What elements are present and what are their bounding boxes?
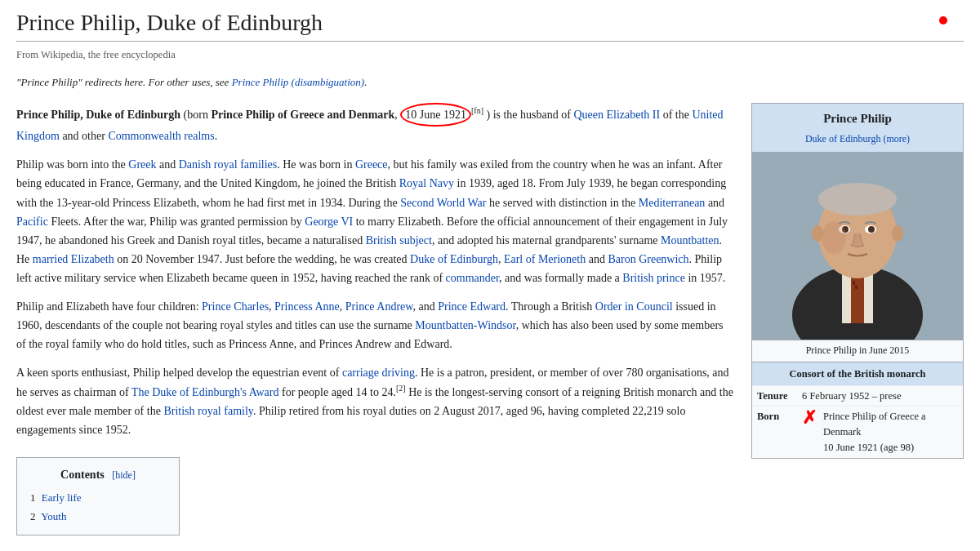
citation-2: [2] [396, 384, 406, 393]
married-elizabeth-link[interactable]: married Elizabeth [33, 253, 114, 265]
infobox-subtitle-link[interactable]: Duke of Edinburgh (more) [805, 133, 910, 144]
svg-point-16 [868, 226, 875, 233]
subject-name: Prince Philip, Duke of Edinburgh [16, 109, 180, 121]
carriage-driving-link[interactable]: carriage driving [342, 367, 415, 379]
george-vi-link[interactable]: George VI [305, 216, 353, 228]
svg-rect-8 [855, 285, 858, 289]
tenure-value: 6 February 1952 – prese [797, 385, 963, 407]
born-value: ✗ Prince Philip of Greece a Denmark 10 J… [797, 407, 963, 458]
british-prince-link[interactable]: British prince [622, 272, 685, 284]
contents-box: Contents [hide] 1 Early life 2 Youth [16, 457, 180, 535]
danish-link[interactable]: Danish royal families [179, 158, 278, 171]
prince-edward-link[interactable]: Prince Edward [438, 300, 506, 313]
infobox-title: Prince Philip [752, 104, 963, 130]
infobox-table: Tenure 6 February 1952 – prese Born ✗ Pr… [752, 385, 963, 458]
mediterranean-link[interactable]: Mediterranean [639, 197, 706, 209]
earl-merioneth-link[interactable]: Earl of Merioneth [504, 253, 586, 265]
baron-greenwich-link[interactable]: Baron Greenwich [608, 253, 688, 265]
redirect-notice: "Prince Philip" redirects here. For othe… [16, 74, 964, 91]
greek-link[interactable]: Greek [128, 158, 156, 171]
svg-rect-7 [853, 281, 855, 285]
svg-point-17 [812, 225, 823, 242]
footnote-marker: [fn] [471, 107, 483, 116]
date-highlighted: 10 June 1921 [400, 103, 471, 127]
redirect-link[interactable]: Prince Philip (disambiguation) [232, 76, 364, 88]
born-line2: Denmark [823, 424, 926, 440]
prince-charles-link[interactable]: Prince Charles [202, 300, 269, 313]
svg-point-12 [818, 183, 897, 216]
british-royal-family-link[interactable]: British royal family [163, 405, 253, 417]
born-line3: 10 June 1921 (age 98) [823, 440, 926, 455]
infobox-subtitle: Duke of Edinburgh (more) [752, 130, 963, 152]
prince-andrew-link[interactable]: Prince Andrew [345, 300, 413, 313]
wwii-link[interactable]: Second World War [400, 197, 486, 209]
list-item: 2 Youth [30, 509, 166, 526]
mountbatten-link[interactable]: Mountbatten [661, 234, 719, 247]
infobox-image [752, 152, 963, 340]
contents-list: 1 Early life 2 Youth [30, 490, 166, 526]
commander-link[interactable]: commander [446, 272, 500, 284]
early-life-link[interactable]: Early life [42, 491, 82, 504]
birth-name: Prince Philip of Greece and Denmark [211, 109, 394, 121]
pacific-link[interactable]: Pacific [16, 216, 48, 228]
greece-link[interactable]: Greece [355, 158, 388, 171]
order-in-council-link[interactable]: Order in Council [595, 300, 673, 313]
princess-anne-link[interactable]: Princess Anne [274, 300, 340, 313]
british-subject-link[interactable]: British subject [366, 234, 432, 247]
queen-elizabeth-link[interactable]: Queen Elizabeth II [573, 109, 660, 121]
commonwealth-realms-link[interactable]: Commonwealth realms [108, 130, 214, 142]
infobox: Prince Philip Duke of Edinburgh (more) [751, 103, 964, 458]
svg-point-19 [822, 221, 846, 254]
youth-link[interactable]: Youth [41, 510, 66, 522]
source-label: From Wikipedia, the free encyclopedia [16, 47, 964, 63]
born-label: Born [752, 407, 797, 458]
dukes-award-link[interactable]: The Duke of Edinburgh's Award [131, 386, 279, 398]
tenure-label: Tenure [752, 385, 797, 407]
page-title: Prince Philip, Duke of Edinburgh [16, 8, 964, 42]
duke-edinburgh-link[interactable]: Duke of Edinburgh [410, 253, 498, 265]
royal-navy-link[interactable]: Royal Navy [399, 177, 454, 189]
infobox-image-caption: Prince Philip in June 2015 [752, 340, 963, 361]
list-item: 1 Early life [30, 490, 166, 507]
infobox-role-header: Consort of the British monarch [752, 362, 963, 385]
contents-header: Contents [hide] [30, 466, 166, 484]
svg-point-18 [892, 225, 903, 242]
contents-hide-button[interactable]: [hide] [112, 469, 136, 481]
born-line1: Prince Philip of Greece a [823, 409, 926, 424]
x-mark-icon: ✗ [802, 409, 817, 427]
mountbatten-windsor-link[interactable]: Mountbatten-Windsor [415, 319, 515, 331]
